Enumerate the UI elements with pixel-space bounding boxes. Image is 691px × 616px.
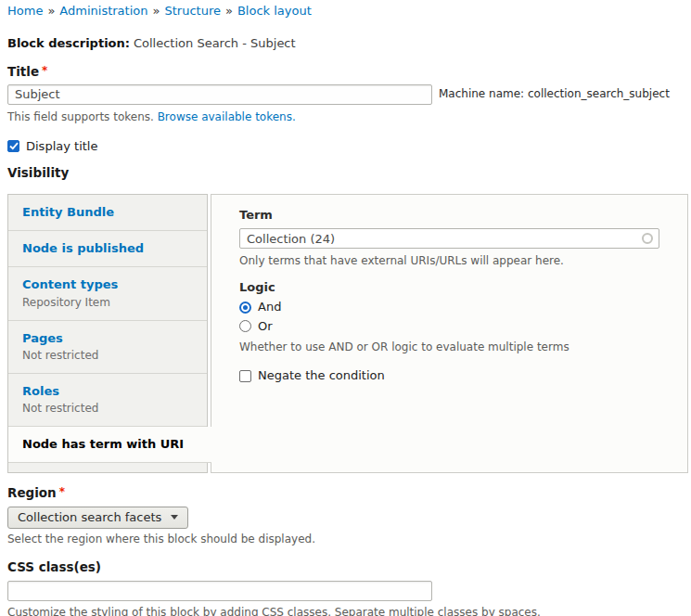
tab-label: Node has term with URI — [22, 437, 198, 452]
negate-condition-checkbox[interactable] — [239, 370, 251, 382]
negate-condition-option[interactable]: Negate the condition — [239, 368, 659, 383]
region-select[interactable]: Collection search facets — [7, 507, 188, 529]
display-title-checkbox[interactable] — [7, 140, 19, 152]
node-term-settings-pane: Term Only terms that have external URIs/… — [211, 194, 688, 474]
region-form-item: Region* Collection search facets Select … — [7, 485, 691, 545]
breadcrumb-separator: » — [225, 4, 233, 18]
and-radio-label: And — [258, 300, 281, 314]
block-description-value: Collection Search - Subject — [134, 36, 296, 50]
term-autocomplete-input[interactable] — [239, 228, 659, 249]
required-marker: * — [42, 64, 47, 77]
autocomplete-status-icon — [642, 233, 653, 244]
block-description: Block description:Collection Search - Su… — [7, 36, 691, 51]
tab-summary: Repository Item — [22, 296, 193, 310]
tab-summary: Not restricted — [22, 349, 193, 363]
css-classes-form-item: CSS class(es) Customize the styling of t… — [7, 559, 691, 616]
or-radio-label: Or — [258, 319, 273, 334]
visibility-tabs-menu: Entity Bundle Node is published Content … — [7, 194, 208, 474]
visibility-vertical-tabs: Entity Bundle Node is published Content … — [7, 194, 688, 474]
tab-summary: Not restricted — [22, 402, 193, 416]
region-label: Region — [7, 485, 57, 500]
display-title-option[interactable]: Display title — [7, 139, 691, 154]
term-help-text: Only terms that have external URIs/URLs … — [239, 254, 659, 268]
logic-option-or[interactable]: Or — [239, 319, 659, 334]
display-title-label: Display title — [26, 139, 97, 154]
dropdown-arrow-icon — [171, 515, 178, 520]
tab-label: Roles — [22, 384, 193, 399]
breadcrumb-link-administration[interactable]: Administration — [59, 4, 147, 18]
tab-label: Entity Bundle — [22, 205, 193, 220]
title-label: Title — [7, 64, 39, 79]
tab-roles[interactable]: Roles Not restricted — [8, 374, 207, 427]
and-radio[interactable] — [239, 302, 251, 314]
region-help-text: Select the region where this block shoul… — [7, 533, 691, 546]
tab-entity-bundle[interactable]: Entity Bundle — [8, 195, 207, 231]
logic-group: Logic And Or Whether to use AND or OR lo… — [239, 280, 659, 354]
tokens-help-text: This field supports tokens. — [7, 110, 154, 123]
tab-label: Content types — [22, 277, 193, 292]
breadcrumb-link-structure[interactable]: Structure — [164, 4, 220, 18]
title-form-item: Title* Machine name: collection_search_s… — [7, 64, 691, 124]
tab-pages[interactable]: Pages Not restricted — [8, 321, 207, 374]
region-selected-value: Collection search facets — [18, 510, 161, 525]
block-description-label: Block description: — [7, 36, 130, 50]
breadcrumb-separator: » — [153, 4, 160, 18]
breadcrumb: Home»Administration»Structure»Block layo… — [7, 4, 691, 19]
css-classes-input[interactable] — [7, 581, 432, 601]
browse-tokens-link[interactable]: Browse available tokens. — [158, 110, 296, 123]
check-icon — [9, 142, 19, 150]
breadcrumb-separator: » — [47, 4, 55, 18]
block-configure-page: Home»Administration»Structure»Block layo… — [0, 0, 691, 616]
breadcrumb-link-home[interactable]: Home — [7, 4, 43, 18]
required-marker: * — [59, 485, 65, 498]
or-radio[interactable] — [239, 320, 251, 332]
css-classes-help-text: Customize the styling of this block by a… — [7, 606, 691, 616]
machine-name-text: Machine name: collection_search_subject — [439, 87, 670, 101]
tab-node-has-term-with-uri[interactable]: Node has term with URI — [8, 427, 211, 463]
negate-condition-label: Negate the condition — [258, 368, 385, 383]
breadcrumb-link-block-layout[interactable]: Block layout — [237, 4, 312, 18]
visibility-heading: Visibility — [7, 165, 691, 181]
term-label: Term — [239, 208, 659, 223]
tab-node-is-published[interactable]: Node is published — [8, 231, 207, 267]
tab-label: Pages — [22, 331, 193, 346]
logic-label: Logic — [239, 280, 659, 295]
logic-option-and[interactable]: And — [239, 300, 659, 314]
title-help-text: This field supports tokens. Browse avail… — [7, 110, 691, 124]
title-input[interactable] — [7, 84, 432, 105]
tabs-menu-filler — [8, 463, 207, 472]
tab-label: Node is published — [22, 241, 193, 256]
tab-content-types[interactable]: Content types Repository Item — [8, 267, 207, 320]
logic-help-text: Whether to use AND or OR logic to evalua… — [239, 340, 659, 354]
css-classes-label: CSS class(es) — [7, 559, 691, 575]
